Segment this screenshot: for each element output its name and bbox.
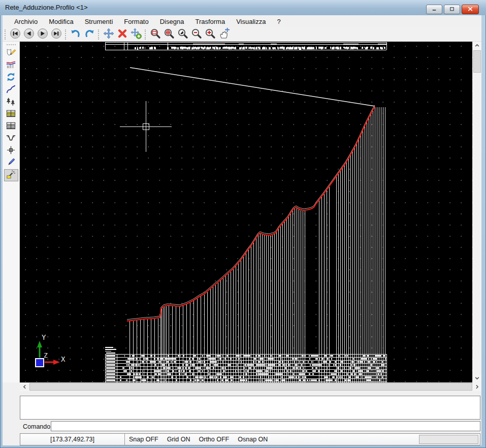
terrain-button[interactable] xyxy=(4,96,18,108)
horizontal-scrollbar[interactable] xyxy=(20,382,481,391)
undo-icon xyxy=(70,28,81,41)
pen-icon xyxy=(6,157,16,169)
spline-icon xyxy=(6,84,16,96)
scroll-right-button[interactable] xyxy=(472,382,481,391)
menu-item-?[interactable]: ? xyxy=(271,16,286,27)
table-highlight-button[interactable] xyxy=(4,108,18,120)
status-right-panel xyxy=(419,435,478,444)
wand-icon xyxy=(6,169,16,181)
menu-item-archivio[interactable]: Archivio xyxy=(9,16,43,27)
toggle-osnap[interactable]: Osnap ON xyxy=(238,436,268,443)
hscroll-thumb[interactable] xyxy=(29,383,472,391)
toolbar-grip[interactable] xyxy=(7,44,16,45)
zoom-in-icon xyxy=(205,28,216,41)
zoom-window-button[interactable] xyxy=(148,28,162,41)
pan-icon xyxy=(218,28,230,41)
chevron-right-icon xyxy=(474,382,480,392)
zoom-out-icon xyxy=(191,28,202,41)
chevron-up-icon xyxy=(474,41,480,50)
zoom-dynamic-button[interactable] xyxy=(176,28,189,41)
chevron-left-icon xyxy=(22,382,27,392)
svg-text:X: X xyxy=(61,355,66,363)
toggle-ortho[interactable]: Ortho OFF xyxy=(199,436,230,443)
redo-icon xyxy=(84,28,95,41)
maximize-icon xyxy=(448,5,456,14)
side-toolbar xyxy=(3,42,20,382)
toggle-snap[interactable]: Snap OFF xyxy=(129,436,158,443)
scroll-up-button[interactable] xyxy=(473,42,481,50)
command-label: Comando: xyxy=(23,423,52,430)
toolbar-grip[interactable] xyxy=(5,29,6,40)
spline-button[interactable] xyxy=(4,84,18,96)
wand-button[interactable] xyxy=(4,169,18,181)
zoom-extents-icon xyxy=(164,28,175,41)
zoom-window-icon xyxy=(150,28,161,41)
point-button[interactable] xyxy=(4,145,18,157)
profile-chart-button[interactable] xyxy=(4,59,18,72)
menu-item-trasforma[interactable]: Trasforma xyxy=(189,16,231,27)
zoom-out-button[interactable] xyxy=(189,28,203,41)
pan-button[interactable] xyxy=(217,28,231,41)
point-icon xyxy=(6,145,16,157)
toolbar-grip[interactable] xyxy=(145,29,146,40)
drawing-canvas[interactable]: YXZ xyxy=(20,42,472,382)
zoom-extents-button[interactable] xyxy=(162,28,176,41)
scroll-left-button[interactable] xyxy=(20,382,29,391)
section-button[interactable] xyxy=(4,133,18,145)
refresh-button[interactable] xyxy=(4,72,18,84)
pen-button[interactable] xyxy=(4,157,18,169)
maximize-button[interactable] xyxy=(444,5,460,14)
title-bar[interactable]: Rete_Adduzione.Profilo <1> xyxy=(0,0,486,15)
svg-text:Y: Y xyxy=(42,333,46,341)
profile-chart-icon xyxy=(6,59,16,72)
refresh-icon xyxy=(6,72,16,84)
move-button[interactable] xyxy=(102,28,115,41)
svg-text:Z: Z xyxy=(44,351,48,359)
status-toggles: Snap OFFGrid ONOrtho OFFOsnap ON xyxy=(129,434,268,445)
profile-edit-button[interactable] xyxy=(4,47,18,59)
close-button[interactable] xyxy=(462,5,479,14)
redo-button[interactable] xyxy=(82,28,96,41)
nav-next-button[interactable] xyxy=(36,28,49,41)
zoom-dynamic-icon xyxy=(177,28,188,41)
nav-last-button[interactable] xyxy=(49,28,63,41)
table-button[interactable] xyxy=(4,120,18,133)
table-icon xyxy=(6,120,16,133)
profile-edit-icon xyxy=(6,47,16,59)
app-window: Rete_Adduzione.Profilo <1> ArchivioModif… xyxy=(0,0,486,448)
table-highlight-icon xyxy=(6,108,16,120)
move-add-button[interactable] xyxy=(129,28,143,41)
command-history xyxy=(20,396,480,420)
minimize-button[interactable] xyxy=(426,5,442,14)
minimize-icon xyxy=(431,5,438,14)
toggle-grid[interactable]: Grid ON xyxy=(167,436,190,443)
section-icon xyxy=(6,133,16,145)
nav-first-button[interactable] xyxy=(8,28,22,41)
toolbar-grip[interactable] xyxy=(65,29,66,40)
vertical-scrollbar[interactable] xyxy=(472,42,481,382)
move-add-icon xyxy=(131,28,142,41)
scroll-down-button[interactable] xyxy=(473,374,481,382)
vscroll-thumb[interactable] xyxy=(473,50,481,73)
toolbar-grip[interactable] xyxy=(98,29,99,40)
window-controls xyxy=(426,5,479,14)
menu-item-strumenti[interactable]: Strumenti xyxy=(79,16,119,27)
nav-next-icon xyxy=(37,28,48,41)
command-input[interactable] xyxy=(51,421,480,431)
menu-item-formato[interactable]: Formato xyxy=(118,16,154,27)
nav-prev-button[interactable] xyxy=(22,28,36,41)
undo-button[interactable] xyxy=(69,28,82,41)
chevron-down-icon xyxy=(474,374,480,383)
main-toolbar xyxy=(3,27,481,42)
zoom-in-button[interactable] xyxy=(203,28,217,41)
delete-icon xyxy=(117,28,128,41)
window-title: Rete_Adduzione.Profilo <1> xyxy=(5,4,88,11)
status-bar: [173.37,492.73] Snap OFFGrid ONOrtho OFF… xyxy=(20,433,480,445)
menu-item-disegna[interactable]: Disegna xyxy=(154,16,190,27)
menu-bar: ArchivioModificaStrumentiFormatoDisegnaT… xyxy=(3,15,481,27)
profile-drawing: YXZ xyxy=(20,42,472,382)
menu-item-visualizza[interactable]: Visualizza xyxy=(231,16,271,27)
close-icon xyxy=(467,5,474,14)
delete-button[interactable] xyxy=(115,28,129,41)
menu-item-modifica[interactable]: Modifica xyxy=(43,16,79,27)
